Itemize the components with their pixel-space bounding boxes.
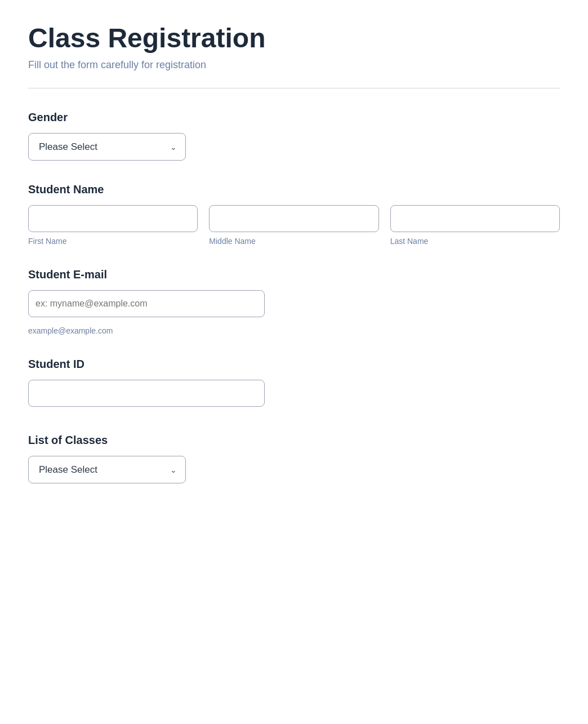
last-name-group: Last Name [390,205,560,246]
section-divider [28,88,560,88]
student-name-section: Student Name First Name Middle Name Last… [28,183,560,246]
student-id-input[interactable] [28,380,265,407]
middle-name-sublabel: Middle Name [209,237,378,246]
student-name-label: Student Name [28,183,560,196]
middle-name-group: Middle Name [209,205,378,246]
classes-select[interactable]: Please Select Mathematics Science Englis… [28,456,186,483]
first-name-group: First Name [28,205,198,246]
page-subtitle: Fill out the form carefully for registra… [28,59,560,71]
email-input-wrapper: example@example.com [28,290,265,335]
first-name-input[interactable] [28,205,198,232]
page-title: Class Registration [28,23,560,54]
student-id-wrapper [28,380,265,411]
gender-label: Gender [28,111,560,124]
last-name-input[interactable] [390,205,560,232]
classes-select-wrapper: Please Select Mathematics Science Englis… [28,456,186,483]
middle-name-input[interactable] [209,205,378,232]
student-email-label: Student E-mail [28,268,560,281]
list-of-classes-section: List of Classes Please Select Mathematic… [28,434,560,483]
gender-select-wrapper: Please Select Male Female Other Prefer n… [28,133,186,161]
first-name-sublabel: First Name [28,237,198,246]
last-name-sublabel: Last Name [390,237,560,246]
email-input[interactable] [28,290,265,317]
student-email-section: Student E-mail example@example.com [28,268,560,335]
name-fields-row: First Name Middle Name Last Name [28,205,560,246]
student-id-section: Student ID [28,358,560,411]
gender-section: Gender Please Select Male Female Other P… [28,111,560,161]
list-of-classes-label: List of Classes [28,434,560,447]
student-id-label: Student ID [28,358,560,371]
gender-select[interactable]: Please Select Male Female Other Prefer n… [28,133,186,161]
email-hint: example@example.com [28,326,265,335]
